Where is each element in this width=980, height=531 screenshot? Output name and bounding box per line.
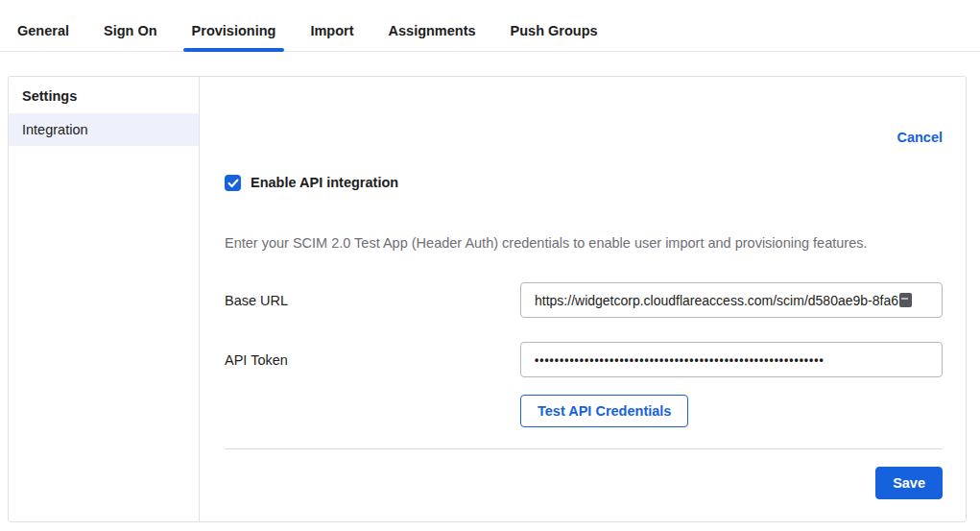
base-url-value: https://widgetcorp.cloudflareaccess.com/…	[535, 293, 898, 308]
credentials-description: Enter your SCIM 2.0 Test App (Header Aut…	[225, 234, 943, 252]
app-tab-bar: General Sign On Provisioning Import Assi…	[0, 0, 980, 52]
test-api-credentials-button[interactable]: Test API Credentials	[520, 395, 688, 427]
tab-import[interactable]: Import	[301, 23, 362, 51]
enable-api-checkbox[interactable]	[225, 175, 241, 191]
base-url-row: Base URL https://widgetcorp.cloudflareac…	[225, 282, 943, 318]
enable-api-row: Enable API integration	[225, 175, 943, 191]
api-token-row: API Token ••••••••••••••••••••••••••••••…	[225, 342, 943, 377]
api-token-masked-value: ••••••••••••••••••••••••••••••••••••••••…	[535, 353, 825, 367]
save-button[interactable]: Save	[875, 467, 943, 499]
tab-push-groups[interactable]: Push Groups	[502, 23, 607, 51]
provisioning-panel: Settings Integration Cancel Enable API i…	[8, 76, 967, 522]
cancel-row: Cancel	[225, 129, 943, 146]
test-credentials-row: Test API Credentials	[520, 395, 943, 427]
integration-form: Cancel Enable API integration Enter your…	[200, 77, 966, 521]
enable-api-label: Enable API integration	[251, 175, 398, 191]
tab-general[interactable]: General	[9, 23, 78, 51]
sidebar-item-integration[interactable]: Integration	[9, 113, 199, 146]
cancel-button[interactable]: Cancel	[896, 130, 943, 145]
text-selection-artifact	[899, 293, 912, 307]
form-divider	[225, 448, 943, 449]
base-url-input[interactable]: https://widgetcorp.cloudflareaccess.com/…	[520, 282, 943, 318]
sidebar-heading-settings: Settings	[9, 77, 199, 113]
tab-sign-on[interactable]: Sign On	[95, 23, 166, 51]
api-token-input[interactable]: ••••••••••••••••••••••••••••••••••••••••…	[520, 342, 943, 377]
tab-assignments[interactable]: Assignments	[380, 23, 485, 51]
tab-provisioning[interactable]: Provisioning	[183, 23, 285, 51]
settings-sidebar: Settings Integration	[9, 77, 200, 521]
save-row: Save	[225, 467, 943, 499]
base-url-label: Base URL	[225, 293, 520, 308]
checkmark-icon	[227, 179, 239, 188]
api-token-label: API Token	[225, 352, 520, 368]
